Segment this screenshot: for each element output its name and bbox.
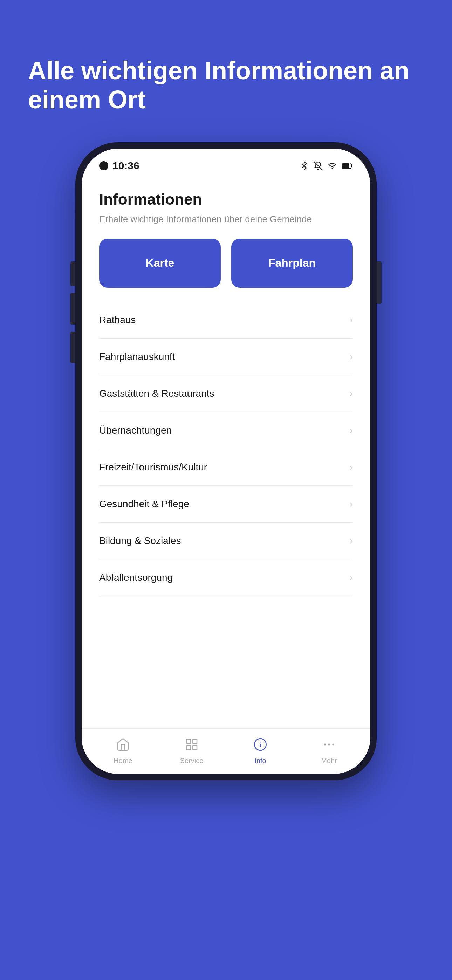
volume-up-button	[70, 293, 75, 325]
nav-home[interactable]: Home	[102, 737, 144, 765]
svg-point-12	[328, 744, 330, 746]
nav-home-label: Home	[113, 757, 132, 765]
nav-service[interactable]: Service	[170, 737, 213, 765]
svg-point-13	[332, 744, 334, 746]
hero-section: Alle wichtigen Informationen an einem Or…	[0, 0, 452, 135]
volume-down-button	[70, 332, 75, 363]
wifi-icon	[328, 161, 337, 170]
info-icon	[253, 737, 267, 755]
page-subtitle: Erhalte wichtige Informationen über dein…	[99, 214, 353, 225]
svg-line-0	[314, 162, 322, 170]
chevron-right-icon: ›	[350, 535, 353, 546]
status-bar: 10:36	[82, 149, 370, 177]
nav-info-label: Info	[255, 757, 266, 765]
hero-title: Alle wichtigen Informationen an einem Or…	[28, 56, 424, 114]
phone-mockup: 10:36	[75, 142, 377, 780]
phone-screen: 10:36	[82, 149, 370, 774]
phone-outer: 10:36	[75, 142, 377, 780]
menu-item-gesundheit[interactable]: Gesundheit & Pflege ›	[99, 486, 353, 523]
menu-item-fahrplanauskunft[interactable]: Fahrplanauskunft ›	[99, 339, 353, 375]
svg-rect-2	[342, 163, 349, 168]
svg-rect-6	[186, 746, 191, 750]
grid-icon	[185, 737, 199, 755]
screen-content: Informationen Erhalte wichtige Informati…	[82, 177, 370, 728]
chevron-right-icon: ›	[350, 351, 353, 363]
page-title: Informationen	[99, 191, 353, 208]
menu-item-gaststaetten[interactable]: Gaststätten & Restaurants ›	[99, 375, 353, 412]
nav-info[interactable]: Info	[239, 737, 282, 765]
bell-off-icon	[314, 161, 323, 170]
chevron-right-icon: ›	[350, 314, 353, 326]
menu-item-freizeit[interactable]: Freizeit/Tourismus/Kultur ›	[99, 449, 353, 486]
chevron-right-icon: ›	[350, 425, 353, 436]
menu-item-ubernachtungen[interactable]: Übernachtungen ›	[99, 412, 353, 449]
chevron-right-icon: ›	[350, 388, 353, 399]
bottom-nav: Home Service	[82, 728, 370, 774]
more-icon	[322, 737, 336, 755]
svg-rect-7	[193, 746, 197, 750]
battery-icon	[342, 161, 353, 170]
karte-button[interactable]: Karte	[99, 239, 221, 288]
nav-mehr-label: Mehr	[321, 757, 337, 765]
chevron-right-icon: ›	[350, 461, 353, 473]
fahrplan-button[interactable]: Fahrplan	[231, 239, 353, 288]
svg-rect-5	[193, 739, 197, 743]
chevron-right-icon: ›	[350, 572, 353, 583]
svg-point-11	[324, 744, 326, 746]
chevron-right-icon: ›	[350, 498, 353, 510]
menu-item-bildung[interactable]: Bildung & Soziales ›	[99, 523, 353, 559]
menu-list: Rathaus › Fahrplanauskunft › Gaststätten…	[99, 302, 353, 728]
svg-rect-4	[186, 739, 191, 743]
quick-actions: Karte Fahrplan	[99, 239, 353, 288]
home-icon	[116, 737, 130, 755]
nav-service-label: Service	[180, 757, 204, 765]
status-time: 10:36	[99, 160, 140, 172]
menu-item-rathaus[interactable]: Rathaus ›	[99, 302, 353, 339]
camera-dot	[99, 161, 108, 170]
bluetooth-icon	[299, 161, 309, 170]
menu-item-abfall[interactable]: Abfallentsorgung ›	[99, 559, 353, 596]
nav-mehr[interactable]: Mehr	[308, 737, 350, 765]
status-icons	[299, 161, 353, 170]
